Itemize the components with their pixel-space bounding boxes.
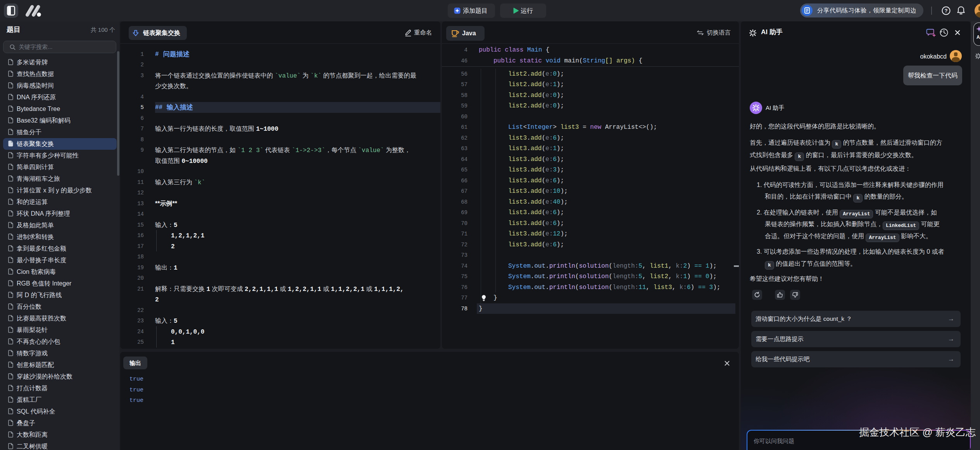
svg-text:?: ?	[945, 8, 948, 14]
